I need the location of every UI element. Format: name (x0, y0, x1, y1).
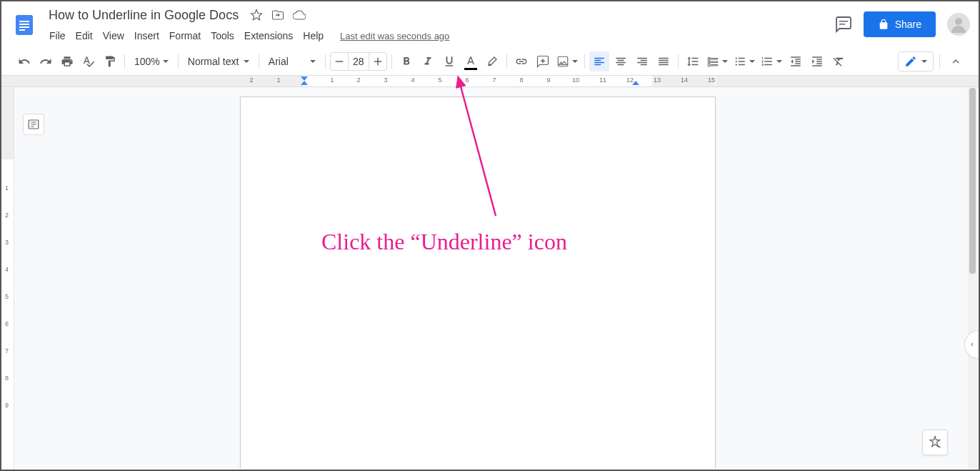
spellcheck-button[interactable] (79, 51, 99, 71)
italic-button[interactable] (418, 51, 438, 71)
redo-button[interactable] (36, 51, 56, 71)
svg-point-10 (735, 60, 736, 61)
font-size-group (330, 52, 387, 71)
insert-link-button[interactable] (511, 51, 531, 71)
font-family-dropdown[interactable]: Arial (264, 51, 321, 71)
star-icon[interactable] (250, 9, 263, 21)
align-right-button[interactable] (632, 51, 652, 71)
align-center-button[interactable] (611, 51, 631, 71)
menu-edit[interactable]: Edit (71, 27, 98, 44)
menu-view[interactable]: View (98, 27, 129, 44)
menu-extensions[interactable]: Extensions (239, 27, 298, 44)
chevron-left-icon (969, 341, 976, 348)
clear-formatting-button[interactable] (829, 51, 849, 71)
add-comment-button[interactable] (533, 51, 553, 71)
avatar[interactable] (947, 13, 970, 36)
vertical-ruler[interactable]: 1 2 3 4 5 6 7 8 9 (1, 88, 14, 468)
decrease-indent-button[interactable] (786, 51, 806, 71)
highlight-color-button[interactable] (482, 51, 502, 71)
menu-tools[interactable]: Tools (206, 27, 239, 44)
share-label: Share (895, 19, 921, 30)
svg-rect-5 (839, 21, 848, 22)
svg-rect-6 (839, 24, 845, 25)
zoom-dropdown[interactable]: 100% (129, 51, 174, 71)
outline-toggle-button[interactable] (23, 114, 44, 135)
workspace: 1 2 3 4 5 6 7 8 9 (1, 88, 969, 468)
font-size-input[interactable] (348, 53, 369, 70)
svg-rect-3 (19, 26, 29, 28)
font-size-increase-button[interactable] (369, 53, 386, 70)
menu-bar: File Edit View Insert Format Tools Exten… (44, 26, 835, 46)
svg-point-8 (955, 18, 962, 25)
increase-indent-button[interactable] (807, 51, 827, 71)
header-bar: How to Underline in Google Docs File Edi… (1, 1, 979, 47)
bulleted-list-dropdown[interactable] (731, 51, 757, 71)
collapse-toolbar-button[interactable] (946, 51, 966, 71)
paint-format-button[interactable] (100, 51, 120, 71)
docs-logo[interactable] (10, 7, 39, 43)
line-spacing-button[interactable] (683, 51, 703, 71)
pencil-icon (904, 55, 917, 68)
share-button[interactable]: Share (864, 11, 936, 37)
svg-rect-4 (19, 29, 25, 31)
insert-image-dropdown[interactable] (554, 51, 580, 71)
scrollbar-thumb[interactable] (969, 88, 976, 274)
svg-rect-1 (19, 21, 29, 22)
svg-rect-2 (19, 24, 29, 25)
last-edit-link[interactable]: Last edit was seconds ago (340, 31, 449, 41)
align-left-button[interactable] (589, 51, 609, 71)
align-justify-button[interactable] (654, 51, 674, 71)
svg-point-11 (735, 64, 736, 65)
move-icon[interactable] (271, 9, 284, 21)
underline-button[interactable] (439, 51, 459, 71)
menu-format[interactable]: Format (164, 27, 206, 44)
cloud-icon[interactable] (293, 9, 306, 21)
lock-icon (878, 19, 889, 30)
print-button[interactable] (57, 51, 77, 71)
title-row: How to Underline in Google Docs (44, 7, 835, 23)
explore-button[interactable] (922, 430, 948, 455)
font-size-decrease-button[interactable] (331, 53, 348, 70)
header-right: Share (835, 7, 970, 37)
checklist-dropdown[interactable] (704, 51, 730, 71)
menu-help[interactable]: Help (298, 27, 329, 44)
text-color-button[interactable] (461, 51, 481, 71)
left-indent-marker[interactable] (300, 80, 309, 87)
right-indent-marker[interactable] (631, 80, 640, 87)
menu-insert[interactable]: Insert (129, 27, 164, 44)
vertical-scrollbar[interactable] (968, 88, 977, 468)
bold-button[interactable] (396, 51, 416, 71)
svg-point-9 (735, 57, 736, 59)
undo-button[interactable] (14, 51, 34, 71)
paragraph-style-dropdown[interactable]: Normal text (183, 51, 254, 71)
doc-title[interactable]: How to Underline in Google Docs (44, 6, 243, 24)
document-page[interactable] (240, 96, 716, 468)
menu-file[interactable]: File (44, 27, 71, 44)
numbered-list-dropdown[interactable] (759, 51, 784, 71)
horizontal-ruler[interactable]: 2 1 1 2 3 4 5 6 7 8 9 10 11 12 13 14 15 (1, 76, 979, 87)
title-area: How to Underline in Google Docs File Edi… (44, 7, 835, 46)
editing-mode-dropdown[interactable] (898, 51, 934, 71)
comment-history-icon[interactable] (835, 16, 852, 33)
toolbar: 100% Normal text Arial (1, 47, 979, 76)
